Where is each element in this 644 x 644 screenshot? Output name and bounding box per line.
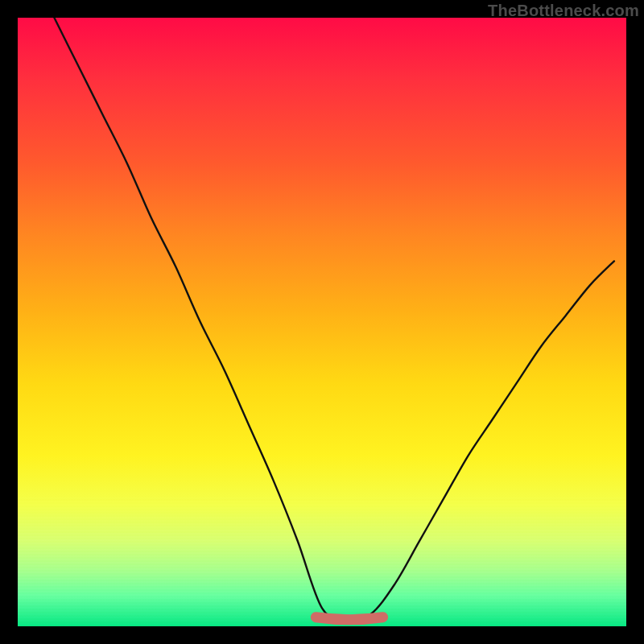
highlight-path <box>316 617 382 620</box>
curve-layer <box>18 18 626 626</box>
bottleneck-curve <box>54 18 614 621</box>
plot-area <box>18 18 626 626</box>
chart-frame: TheBottleneck.com <box>0 0 644 644</box>
highlight-plateau <box>316 617 382 620</box>
watermark-text: TheBottleneck.com <box>488 2 639 20</box>
curve-path <box>54 18 614 621</box>
